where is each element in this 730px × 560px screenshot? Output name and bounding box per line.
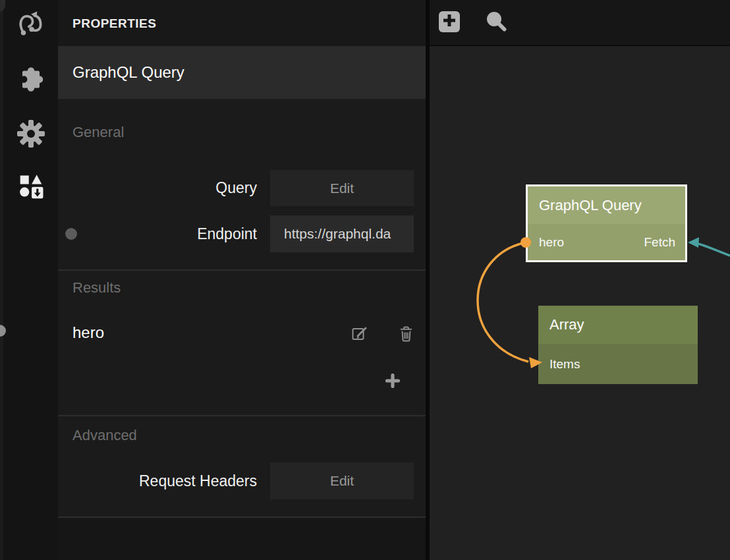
- add-result-button[interactable]: [385, 375, 400, 389]
- section-advanced: Advanced Request Headers Edit: [58, 415, 426, 517]
- query-label: Query: [58, 170, 257, 206]
- port-fetch[interactable]: Fetch: [644, 235, 675, 250]
- settings-gear-icon: [15, 118, 47, 152]
- node-graph-icon: [16, 7, 46, 40]
- selected-node-row: GraphQL Query: [58, 46, 426, 99]
- add-node-icon: [442, 13, 457, 30]
- node-title: GraphQL Query: [539, 197, 642, 214]
- port-items[interactable]: Items: [549, 357, 580, 372]
- section-general-label: General: [72, 124, 124, 141]
- section-results: Results hero: [58, 269, 426, 415]
- endpoint-input[interactable]: [270, 215, 414, 252]
- left-edge-strip: [0, 0, 3, 560]
- node-ports-row: hero Fetch: [528, 224, 685, 260]
- activity-bar: [3, 0, 58, 560]
- panel-title: PROPERTIES: [58, 0, 426, 46]
- request-headers-edit-button[interactable]: Edit: [270, 462, 414, 499]
- delete-result-button[interactable]: [397, 325, 415, 344]
- plus-icon: [385, 374, 400, 391]
- request-headers-label: Request Headers: [58, 462, 257, 499]
- arrowhead-fetch: [688, 237, 699, 248]
- sidebar-item-node-graph[interactable]: [3, 7, 58, 40]
- properties-panel: PROPERTIES GraphQL Query: [58, 0, 426, 560]
- selected-node-title: GraphQL Query: [72, 46, 184, 99]
- node-header[interactable]: Array: [538, 306, 698, 344]
- node-title: Array: [549, 316, 584, 333]
- result-item-name: hero: [72, 323, 104, 342]
- connection-to-fetch[interactable]: [688, 237, 730, 256]
- section-general: General Query Edit Endpoint: [58, 99, 426, 269]
- port-hero[interactable]: hero: [539, 235, 564, 250]
- section-advanced-label: Advanced: [72, 427, 137, 444]
- sidebar-item-import[interactable]: [3, 172, 58, 208]
- import-shapes-icon: [16, 172, 46, 208]
- endpoint-label: Endpoint: [58, 215, 257, 252]
- edit-pencil-icon: [351, 325, 368, 345]
- query-edit-button[interactable]: Edit: [270, 170, 414, 206]
- search-icon: [485, 24, 507, 35]
- trash-icon: [399, 325, 414, 345]
- search-button[interactable]: [485, 11, 507, 33]
- app-root: PROPERTIES GraphQL Query: [0, 0, 730, 560]
- node-ports-row: Items: [538, 344, 698, 384]
- sidebar-item-settings[interactable]: [3, 118, 58, 152]
- node-array[interactable]: Array Items: [538, 306, 698, 384]
- sidebar-item-components[interactable]: [3, 63, 58, 98]
- panel-footer: [58, 517, 426, 560]
- section-results-label: Results: [72, 279, 121, 296]
- add-node-button[interactable]: [439, 11, 460, 32]
- node-header[interactable]: GraphQL Query: [528, 186, 685, 224]
- node-canvas[interactable]: GraphQL Query hero Fetch Array Items: [430, 0, 730, 560]
- rename-result-button[interactable]: [351, 325, 369, 344]
- canvas-toolbar: [430, 0, 730, 46]
- components-puzzle-icon: [15, 63, 47, 98]
- node-graphql-query[interactable]: GraphQL Query hero Fetch: [526, 184, 687, 262]
